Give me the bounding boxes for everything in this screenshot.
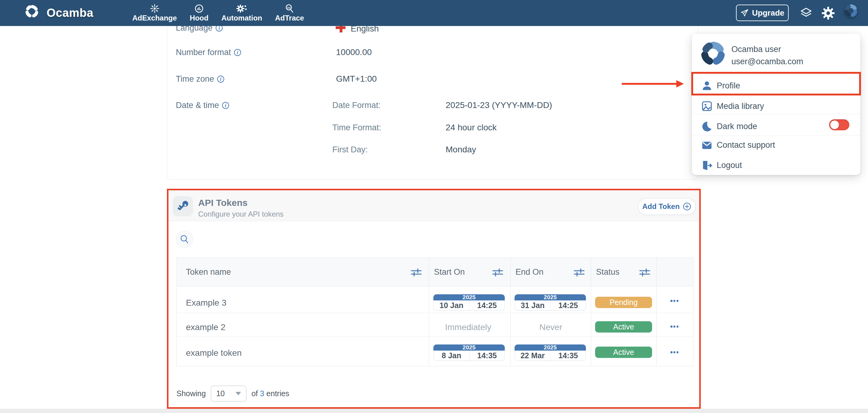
page-bottom-band bbox=[0, 409, 868, 413]
row-divider-2 bbox=[177, 337, 693, 337]
nav-label-adexchange: AdExchange bbox=[132, 14, 177, 22]
arrow-shaft bbox=[622, 83, 677, 85]
contact-support-label: Contact support bbox=[717, 140, 775, 150]
navbar: Ocamba AdExchange Hood bbox=[0, 0, 868, 26]
date-format-value: 2025-01-23 (YYYY-MM-DD) bbox=[446, 100, 552, 110]
brand-name[interactable]: Ocamba bbox=[46, 0, 93, 26]
annotation-arrow bbox=[622, 79, 687, 89]
token-row-3-status-badge: Active bbox=[595, 347, 652, 358]
table-header-row: Token name Start On End On Status bbox=[177, 258, 693, 286]
media-library-icon bbox=[701, 100, 713, 112]
search-icon bbox=[180, 234, 189, 244]
api-tokens-title: API Tokens bbox=[198, 198, 247, 208]
nav-item-hood[interactable]: Hood bbox=[190, 4, 208, 22]
token-row-2-status-badge: Active bbox=[595, 321, 652, 333]
page-size-caret-icon bbox=[236, 392, 241, 395]
token-row-1-start-chip: 2025 10 Jan 14:25 bbox=[433, 294, 505, 311]
token-row-2-start: Immediately bbox=[445, 322, 491, 332]
token-row-2-actions-menu[interactable] bbox=[671, 325, 678, 328]
key-icon bbox=[176, 199, 190, 213]
toggle-knob bbox=[830, 121, 839, 129]
datetime-info-icon[interactable]: i bbox=[222, 102, 229, 109]
search-button[interactable] bbox=[176, 231, 193, 248]
user-avatar[interactable] bbox=[844, 4, 858, 18]
col-header-status[interactable]: Status bbox=[596, 267, 620, 277]
user-dropdown-menu: Ocamba user user@ocamba.com Profile Medi… bbox=[692, 34, 860, 175]
dark-mode-toggle[interactable] bbox=[829, 119, 849, 130]
token-row-3-actions-menu[interactable] bbox=[671, 351, 678, 353]
col-header-token-name[interactable]: Token name bbox=[186, 267, 231, 277]
filter-icon-end-on[interactable] bbox=[574, 268, 585, 277]
main-nav: AdExchange Hood bbox=[132, 0, 304, 26]
start-chip-year: 2025 bbox=[433, 344, 505, 351]
timezone-value: GMT+1:00 bbox=[336, 74, 377, 84]
dark-mode-icon bbox=[701, 121, 713, 132]
menu-divider-2 bbox=[692, 136, 860, 136]
timezone-label: Time zone bbox=[176, 74, 214, 84]
end-chip-year: 2025 bbox=[515, 294, 586, 301]
first-day-label: First Day: bbox=[332, 145, 368, 154]
layers-icon[interactable] bbox=[799, 0, 813, 26]
start-chip-time: 14:25 bbox=[469, 301, 504, 311]
contact-support-icon bbox=[701, 139, 713, 151]
nav-item-adexchange[interactable]: AdExchange bbox=[132, 4, 177, 22]
adexchange-icon bbox=[150, 4, 159, 13]
upgrade-button[interactable]: Upgrade bbox=[736, 5, 789, 21]
time-format-label: Time Format: bbox=[332, 123, 381, 133]
token-row-1-status-badge: Pending bbox=[595, 297, 652, 308]
number-format-label-row: Number format i bbox=[176, 48, 241, 57]
ocamba-logo-icon[interactable] bbox=[25, 4, 39, 19]
adtrace-icon: AD bbox=[285, 4, 294, 13]
api-key-icon-box bbox=[173, 196, 193, 216]
end-chip-time: 14:25 bbox=[551, 301, 586, 311]
filter-icon-status[interactable] bbox=[639, 268, 651, 277]
timezone-info-icon[interactable]: i bbox=[217, 75, 224, 82]
hood-icon bbox=[194, 4, 204, 13]
number-format-label: Number format bbox=[176, 48, 231, 57]
row-divider-1 bbox=[177, 313, 693, 313]
start-chip-date: 10 Jan bbox=[434, 301, 469, 311]
profile-highlight-box bbox=[691, 72, 861, 96]
paper-plane-icon bbox=[740, 8, 749, 17]
end-chip-date: 22 Mar bbox=[515, 351, 551, 361]
time-format-value: 24 hour clock bbox=[446, 123, 497, 133]
timezone-label-row: Time zone i bbox=[176, 74, 224, 84]
nav-label-hood: Hood bbox=[190, 14, 208, 22]
api-tokens-table: Token name Start On End On Status Exampl… bbox=[177, 257, 693, 366]
settings-gear-icon[interactable] bbox=[821, 0, 836, 26]
start-chip-year: 2025 bbox=[433, 294, 505, 301]
menu-item-dark-mode[interactable]: Dark mode bbox=[692, 116, 860, 136]
col-header-start-on[interactable]: Start On bbox=[434, 267, 465, 277]
nav-label-automation: Automation bbox=[221, 14, 262, 22]
api-tokens-card: API Tokens Configure your API tokens Add… bbox=[167, 189, 701, 409]
token-row-1-actions-menu[interactable] bbox=[671, 300, 678, 302]
settings-card: Language i Number format i Time zone i D… bbox=[167, 0, 698, 180]
menu-avatar bbox=[700, 41, 726, 66]
number-format-value: 10000.00 bbox=[336, 47, 372, 57]
add-token-label: Add Token bbox=[642, 202, 680, 211]
page-size-select[interactable]: 10 bbox=[211, 385, 247, 402]
menu-item-media-library[interactable]: Media library bbox=[692, 97, 860, 115]
col-divider-2 bbox=[510, 258, 510, 366]
menu-item-contact-support[interactable]: Contact support bbox=[692, 138, 860, 158]
date-format-label: Date Format: bbox=[332, 101, 381, 110]
add-token-button[interactable]: Add Token bbox=[638, 198, 696, 215]
number-format-info-icon[interactable]: i bbox=[234, 49, 241, 56]
menu-item-logout[interactable]: Logout bbox=[692, 158, 860, 177]
nav-label-adtrace: AdTrace bbox=[275, 14, 304, 22]
arrow-head bbox=[676, 80, 684, 88]
nav-item-adtrace[interactable]: AD AdTrace bbox=[275, 4, 304, 22]
api-tokens-header: API Tokens Configure your API tokens Add… bbox=[168, 190, 699, 221]
filter-icon-token-name[interactable] bbox=[410, 268, 422, 277]
media-library-label: Media library bbox=[717, 102, 764, 111]
entries-label: of 3 entries bbox=[251, 389, 289, 398]
col-divider-3 bbox=[591, 258, 591, 366]
filter-icon-start-on[interactable] bbox=[492, 268, 503, 277]
svg-text:AD: AD bbox=[287, 6, 291, 9]
upgrade-label: Upgrade bbox=[752, 8, 784, 18]
entries-count: 3 bbox=[260, 389, 264, 398]
col-divider-4 bbox=[656, 258, 657, 366]
nav-item-automation[interactable]: Automation bbox=[221, 4, 262, 22]
start-chip-date: 8 Jan bbox=[434, 351, 469, 361]
col-header-end-on[interactable]: End On bbox=[516, 267, 544, 277]
